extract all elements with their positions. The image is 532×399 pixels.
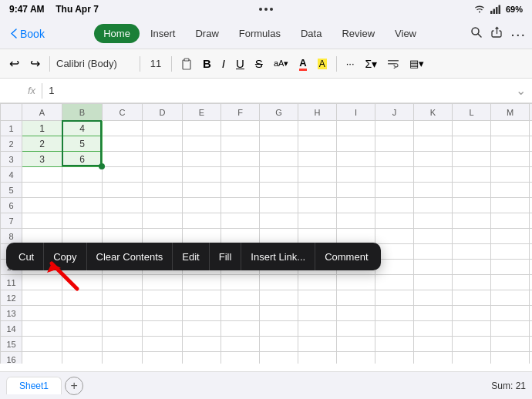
- cell-L14[interactable]: [453, 321, 491, 337]
- cell-C16[interactable]: [103, 352, 143, 364]
- cell-E15[interactable]: [183, 337, 221, 352]
- cell-J5[interactable]: [375, 183, 414, 198]
- font-color-button[interactable]: A: [296, 55, 309, 72]
- col-header-G[interactable]: G: [260, 104, 298, 121]
- cell-A1[interactable]: 1: [22, 121, 62, 136]
- cell-M12[interactable]: [491, 290, 530, 306]
- cell-N4[interactable]: [530, 167, 533, 183]
- highlight-color-button[interactable]: A: [315, 57, 330, 71]
- cell-E4[interactable]: [183, 167, 221, 183]
- cell-G7[interactable]: [260, 213, 298, 229]
- cell-D16[interactable]: [143, 352, 183, 364]
- cell-K5[interactable]: [414, 183, 453, 198]
- col-header-H[interactable]: H: [298, 104, 337, 121]
- cell-I4[interactable]: [337, 167, 375, 183]
- cell-A5[interactable]: [22, 183, 62, 198]
- menu-item-edit[interactable]: Edit: [173, 243, 209, 270]
- cell-C7[interactable]: [103, 213, 143, 229]
- cell-B1[interactable]: 4: [62, 121, 103, 136]
- cell-N7[interactable]: [530, 213, 533, 229]
- sheet-tab-sheet1[interactable]: Sheet1: [6, 377, 62, 394]
- filter-button[interactable]: ▤▾: [406, 56, 427, 71]
- cell-C2[interactable]: [103, 136, 143, 152]
- cell-D3[interactable]: [143, 152, 183, 167]
- cell-G8[interactable]: [260, 229, 298, 244]
- cell-K10[interactable]: [414, 260, 453, 275]
- cell-N6[interactable]: [530, 198, 533, 213]
- cell-J7[interactable]: [375, 213, 414, 229]
- wrap-button[interactable]: [385, 58, 402, 70]
- cell-G5[interactable]: [260, 183, 298, 198]
- tab-formulas[interactable]: Formulas: [230, 24, 290, 43]
- cell-J6[interactable]: [375, 198, 414, 213]
- cell-D2[interactable]: [143, 136, 183, 152]
- cell-K6[interactable]: [414, 198, 453, 213]
- cell-L5[interactable]: [453, 183, 491, 198]
- cell-H13[interactable]: [298, 306, 337, 321]
- cell-M8[interactable]: [491, 229, 530, 244]
- cell-E14[interactable]: [183, 321, 221, 337]
- cell-K8[interactable]: [414, 229, 453, 244]
- cell-L2[interactable]: [453, 136, 491, 152]
- cell-C11[interactable]: [103, 275, 143, 290]
- menu-item-copy[interactable]: Copy: [44, 243, 86, 270]
- cell-M10[interactable]: [491, 260, 530, 275]
- cell-N10[interactable]: [530, 260, 533, 275]
- cell-B8[interactable]: [62, 229, 103, 244]
- cell-J3[interactable]: [375, 152, 414, 167]
- redo-button[interactable]: ↪: [27, 55, 43, 72]
- cell-A3[interactable]: 3: [22, 152, 62, 167]
- cell-J15[interactable]: [375, 337, 414, 352]
- cell-G11[interactable]: [260, 275, 298, 290]
- cell-N8[interactable]: [530, 229, 533, 244]
- italic-button[interactable]: I: [219, 55, 228, 72]
- cell-K1[interactable]: [414, 121, 453, 136]
- cell-N5[interactable]: [530, 183, 533, 198]
- share-button[interactable]: [490, 26, 503, 41]
- cell-D13[interactable]: [143, 306, 183, 321]
- cell-M3[interactable]: [491, 152, 530, 167]
- col-header-K[interactable]: K: [414, 104, 453, 121]
- cell-N13[interactable]: [530, 306, 533, 321]
- cell-L3[interactable]: [453, 152, 491, 167]
- cell-B12[interactable]: [62, 290, 103, 306]
- cell-A12[interactable]: [22, 290, 62, 306]
- back-button[interactable]: Book: [6, 25, 49, 43]
- cell-M4[interactable]: [491, 167, 530, 183]
- cell-I1[interactable]: [337, 121, 375, 136]
- cell-D1[interactable]: [143, 121, 183, 136]
- cell-J11[interactable]: [375, 275, 414, 290]
- cell-K2[interactable]: [414, 136, 453, 152]
- cell-B4[interactable]: [62, 167, 103, 183]
- cell-N16[interactable]: [530, 352, 533, 364]
- cell-I13[interactable]: [337, 306, 375, 321]
- cell-G4[interactable]: [260, 167, 298, 183]
- cell-N3[interactable]: [530, 152, 533, 167]
- cell-F5[interactable]: [221, 183, 260, 198]
- cell-J4[interactable]: [375, 167, 414, 183]
- cell-I8[interactable]: [337, 229, 375, 244]
- cell-N15[interactable]: [530, 337, 533, 352]
- cell-A13[interactable]: [22, 306, 62, 321]
- cell-H16[interactable]: [298, 352, 337, 364]
- cell-J8[interactable]: [375, 229, 414, 244]
- tab-review[interactable]: Review: [332, 24, 384, 43]
- col-header-E[interactable]: E: [183, 104, 221, 121]
- cell-B15[interactable]: [62, 337, 103, 352]
- expand-button[interactable]: ⌄: [516, 83, 526, 98]
- cell-B16[interactable]: [62, 352, 103, 364]
- cell-G2[interactable]: [260, 136, 298, 152]
- cell-H6[interactable]: [298, 198, 337, 213]
- clipboard-button[interactable]: [178, 56, 195, 72]
- cell-B5[interactable]: [62, 183, 103, 198]
- col-header-F[interactable]: F: [221, 104, 260, 121]
- cell-H7[interactable]: [298, 213, 337, 229]
- cell-K14[interactable]: [414, 321, 453, 337]
- cell-F1[interactable]: [221, 121, 260, 136]
- cell-D7[interactable]: [143, 213, 183, 229]
- cell-B7[interactable]: [62, 213, 103, 229]
- cell-E5[interactable]: [183, 183, 221, 198]
- cell-D5[interactable]: [143, 183, 183, 198]
- cell-H1[interactable]: [298, 121, 337, 136]
- cell-J13[interactable]: [375, 306, 414, 321]
